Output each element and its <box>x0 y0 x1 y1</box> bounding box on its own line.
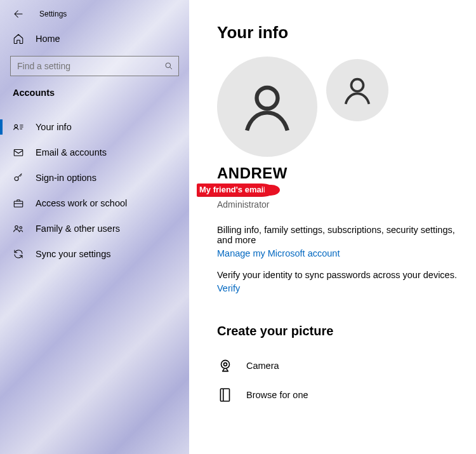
sidebar-item-label: Family & other users <box>36 224 120 234</box>
search-icon <box>164 62 173 70</box>
search-field[interactable] <box>17 61 164 71</box>
sidebar-item-work-school[interactable]: Access work or school <box>0 190 189 216</box>
svg-point-10 <box>224 363 227 366</box>
sidebar-nav: Your info Email & accounts Sign-in optio… <box>0 114 189 267</box>
search-container <box>0 51 189 85</box>
app-title: Settings <box>39 10 67 18</box>
avatar-previous[interactable] <box>326 59 388 121</box>
svg-point-1 <box>15 124 18 128</box>
person-card-icon <box>13 121 24 133</box>
sidebar-item-label: Sign-in options <box>36 173 96 183</box>
sidebar-item-sync-settings[interactable]: Sync your settings <box>0 241 189 267</box>
sidebar-item-label: Sync your settings <box>36 249 110 259</box>
sidebar: Settings Home Accounts Your info Email & <box>0 0 189 454</box>
person-icon <box>341 74 374 107</box>
avatar-row <box>217 57 476 157</box>
sidebar-item-label: Email & accounts <box>36 147 107 157</box>
sidebar-item-label: Your info <box>36 122 72 132</box>
camera-icon <box>217 357 234 374</box>
sidebar-item-signin-options[interactable]: Sign-in options <box>0 165 189 190</box>
svg-rect-11 <box>220 389 229 401</box>
sidebar-item-your-info[interactable]: Your info <box>0 114 189 140</box>
key-icon <box>13 172 24 184</box>
arrow-left-icon <box>13 8 24 20</box>
redacted-email: My friend's email <box>197 184 275 197</box>
manage-account-link[interactable]: Manage my Microsoft account <box>217 248 340 258</box>
nav-home[interactable]: Home <box>0 27 189 51</box>
user-role: Administrator <box>217 199 476 210</box>
nav-home-label: Home <box>36 34 60 44</box>
window-topbar: Settings <box>0 5 189 27</box>
svg-rect-4 <box>14 201 23 207</box>
search-input[interactable] <box>10 56 179 76</box>
option-camera-label: Camera <box>246 361 279 371</box>
page-title: Your info <box>217 23 476 43</box>
svg-point-9 <box>221 360 230 368</box>
sidebar-item-email-accounts[interactable]: Email & accounts <box>0 140 189 165</box>
sidebar-section-label: Accounts <box>0 85 189 104</box>
svg-point-3 <box>15 177 18 181</box>
picture-heading: Create your picture <box>217 324 476 338</box>
sync-icon <box>13 248 24 260</box>
svg-point-7 <box>257 88 278 109</box>
back-button[interactable] <box>13 8 25 20</box>
briefcase-icon <box>13 197 24 209</box>
billing-text: Billing info, family settings, subscript… <box>217 225 458 245</box>
option-browse-label: Browse for one <box>246 390 308 400</box>
svg-rect-2 <box>14 150 23 156</box>
svg-point-5 <box>15 226 18 229</box>
sidebar-item-family-users[interactable]: Family & other users <box>0 216 189 241</box>
option-camera[interactable]: Camera <box>217 351 476 380</box>
home-icon <box>13 33 24 44</box>
people-icon <box>13 223 24 234</box>
option-browse[interactable]: Browse for one <box>217 380 476 410</box>
mail-icon <box>13 147 24 158</box>
svg-point-6 <box>20 227 22 229</box>
svg-point-8 <box>351 79 363 91</box>
verify-text: Verify your identity to sync passwords a… <box>217 270 458 280</box>
verify-link[interactable]: Verify <box>217 283 240 293</box>
main-content: Your info ANDREW My friend's email Admin… <box>189 0 476 454</box>
user-name: ANDREW <box>217 164 476 182</box>
person-icon <box>239 78 296 135</box>
avatar-current[interactable] <box>217 57 317 157</box>
sidebar-item-label: Access work or school <box>36 198 127 208</box>
browse-icon <box>217 387 234 403</box>
